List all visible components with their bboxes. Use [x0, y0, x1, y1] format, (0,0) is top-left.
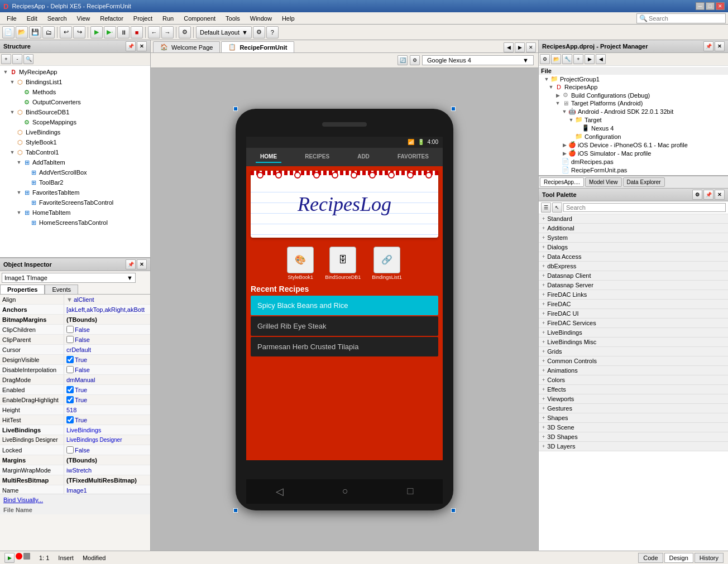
oi-val-livebindingsdesigner[interactable]: LiveBindings Designer [64, 435, 150, 445]
home-hw-button[interactable]: ○ [342, 485, 348, 497]
pm-toolbar-btn1[interactable]: ⚙ [540, 54, 550, 64]
back-button[interactable]: ← [148, 26, 160, 38]
tp-cat-dbexpress[interactable]: + dbExpress [539, 262, 728, 271]
expand-icon-iosdevice[interactable]: ▶ [561, 142, 568, 148]
pm-pin-button[interactable]: 📌 [703, 41, 713, 51]
clipchildren-checkbox[interactable] [66, 326, 74, 333]
tp-cat-colors[interactable]: + Colors [539, 375, 728, 385]
layout-dropdown[interactable]: Default Layout ▼ [196, 26, 252, 38]
bottom-tab-modelview[interactable]: Model View [585, 177, 622, 187]
oi-row-margins[interactable]: Margins (TBounds) [0, 455, 150, 465]
tree-item-hometabitem[interactable]: ▼ ⊞ HomeTabItem [0, 208, 150, 218]
recipe-item-2[interactable]: Parmesan Herb Crusted Tilapia [251, 337, 438, 356]
oi-row-designvisible[interactable]: DesignVisible True [0, 355, 150, 365]
recent-hw-button[interactable]: □ [407, 485, 413, 497]
expand-icon-tabcontrol[interactable]: ▼ [9, 150, 16, 155]
back-hw-button[interactable]: ◁ [276, 485, 284, 498]
bottom-tab-dataexplorer[interactable]: Data Explorer [623, 177, 665, 187]
pm-buildconfig[interactable]: ▶ ⚙ Build Configurations (Debug) [539, 91, 728, 99]
run-button[interactable]: ▶ [90, 26, 103, 38]
expand-icon-addtabitem[interactable]: ▼ [16, 160, 22, 165]
tree-item-bindingslist1[interactable]: ▼ ⬡ BindingsList1 [0, 77, 150, 87]
tree-item-methods[interactable]: ⚙ Methods [0, 87, 150, 97]
oi-tab-properties[interactable]: Properties [0, 285, 45, 294]
oi-val-anchors[interactable]: [akLeft,akTop,akRight,akBott [64, 305, 150, 314]
oi-val-livebindings[interactable]: LiveBindings [64, 425, 150, 435]
hittest-checkbox[interactable] [66, 416, 74, 423]
status-tab-history[interactable]: History [695, 553, 724, 563]
tp-cat-shapes[interactable]: + Shapes [539, 413, 728, 423]
oi-row-clipparent[interactable]: ClipParent False [0, 335, 150, 345]
oi-row-anchors[interactable]: Anchors [akLeft,akTop,akRight,akBott [0, 305, 150, 315]
pm-toolbar-btn4[interactable]: + [573, 54, 583, 64]
tp-close-button[interactable]: ✕ [715, 190, 725, 200]
pm-projectgroup1[interactable]: ▼ 📁 ProjectGroup1 [539, 75, 728, 83]
tp-pin-button[interactable]: 📌 [703, 190, 713, 200]
oi-row-align[interactable]: Align ▼ alClient [0, 295, 150, 305]
tree-item-myrecipeapp[interactable]: ▼ D MyRecipeApp [0, 67, 150, 77]
tp-cat-livebindings[interactable]: + LiveBindings [539, 328, 728, 338]
tp-cat-additional[interactable]: + Additional [539, 224, 728, 233]
menu-component[interactable]: Component [179, 14, 220, 23]
menu-edit[interactable]: Edit [22, 14, 42, 23]
oi-val-locked[interactable]: False [64, 445, 150, 455]
oi-val-marginwrapmode[interactable]: iwStretch [64, 465, 150, 475]
oi-val-clipparent[interactable]: False [64, 335, 150, 344]
save-all-button[interactable]: 🗂 [42, 26, 55, 38]
pm-toolbar-btn3[interactable]: 🔧 [562, 54, 572, 64]
tp-cat-datasnapclient[interactable]: + Datasnap Client [539, 271, 728, 281]
tp-toolbar-btn[interactable]: ⚙ [692, 190, 702, 200]
tree-item-addtabitem[interactable]: ▼ ⊞ AddTabItem [0, 157, 150, 167]
global-search-input[interactable] [649, 15, 716, 22]
struct-collapse-all-button[interactable]: - [12, 54, 22, 64]
status-pause-button[interactable] [23, 553, 30, 560]
stop-button[interactable]: ■ [131, 26, 143, 38]
locked-checkbox[interactable] [66, 446, 74, 454]
preview-refresh-button[interactable]: 🔄 [397, 55, 408, 65]
expand-icon-androidsdk[interactable]: ▼ [561, 109, 568, 114]
preview-settings-button[interactable]: ⚙ [410, 55, 420, 65]
tab-nav-close-button[interactable]: ✕ [526, 42, 536, 52]
status-tab-design[interactable]: Design [664, 553, 693, 563]
oi-val-multiresbitmap[interactable]: (TFixedMultiResBitmap) [64, 475, 150, 485]
settings-button[interactable]: ⚙ [253, 26, 265, 38]
tree-item-favoritestabitem[interactable]: ▼ ⊞ FavoritesTabItem [0, 187, 150, 197]
oi-val-dragmode[interactable]: dmManual [64, 375, 150, 384]
tp-cat-viewports[interactable]: + Viewports [539, 394, 728, 404]
oi-row-bitmapmargins[interactable]: BitmapMargins (TBounds) [0, 315, 150, 325]
oi-val-align[interactable]: ▼ alClient [64, 295, 150, 304]
expand-icon-favoritestabitem[interactable]: ▼ [16, 190, 22, 195]
help-button[interactable]: ? [266, 26, 279, 38]
oi-val-margins[interactable]: (TBounds) [64, 455, 150, 465]
tp-cat-effects[interactable]: + Effects [539, 385, 728, 394]
tp-cat-grids[interactable]: + Grids [539, 347, 728, 356]
tp-cat-animations[interactable]: + Animations [539, 366, 728, 375]
expand-icon-iossim[interactable]: ▶ [561, 151, 568, 156]
tp-search-input[interactable] [563, 203, 726, 212]
pm-toolbar-btn6[interactable]: ◀ [596, 54, 606, 64]
tree-item-addvertscrollbox[interactable]: ⊞ AddVertScrollBox [0, 167, 150, 177]
status-tab-code[interactable]: Code [638, 553, 663, 563]
expand-icon-buildconfig[interactable]: ▶ [554, 93, 561, 98]
bind-visually-link[interactable]: Bind Visually... [0, 494, 150, 505]
enabledraghighlight-checkbox[interactable] [66, 396, 74, 403]
oi-row-hittest[interactable]: HitTest True [0, 415, 150, 425]
expand-icon-bindingslist[interactable]: ▼ [9, 79, 16, 85]
tp-cat-system[interactable]: + System [539, 233, 728, 243]
tp-cat-datasnapserver[interactable]: + Datasnap Server [539, 281, 728, 290]
expand-icon-targetplatforms[interactable]: ▼ [554, 100, 561, 106]
save-button[interactable]: 💾 [29, 26, 41, 38]
oi-row-livebindings[interactable]: LiveBindings LiveBindings [0, 425, 150, 435]
tree-item-stylebook1[interactable]: ⬡ StyleBook1 [0, 137, 150, 147]
tp-cat-gestures[interactable]: + Gestures [539, 404, 728, 413]
tp-cat-3dlayers[interactable]: + 3D Layers [539, 442, 728, 451]
tree-item-outputconverters[interactable]: ⚙ OutputConverters [0, 97, 150, 107]
clipparent-checkbox[interactable] [66, 336, 74, 343]
oi-row-cursor[interactable]: Cursor crDefault [0, 345, 150, 355]
pause-button[interactable]: ⏸ [117, 26, 130, 38]
tp-cat-firedacui[interactable]: + FireDAC UI [539, 309, 728, 319]
tree-item-toolbar2[interactable]: ⊞ ToolBar2 [0, 177, 150, 187]
expand-icon-recipesapp[interactable]: ▼ [548, 84, 554, 90]
run-with-button[interactable]: ▶· [104, 26, 116, 38]
tree-item-homescreens[interactable]: ⊞ HomeScreensTabControl [0, 218, 150, 228]
